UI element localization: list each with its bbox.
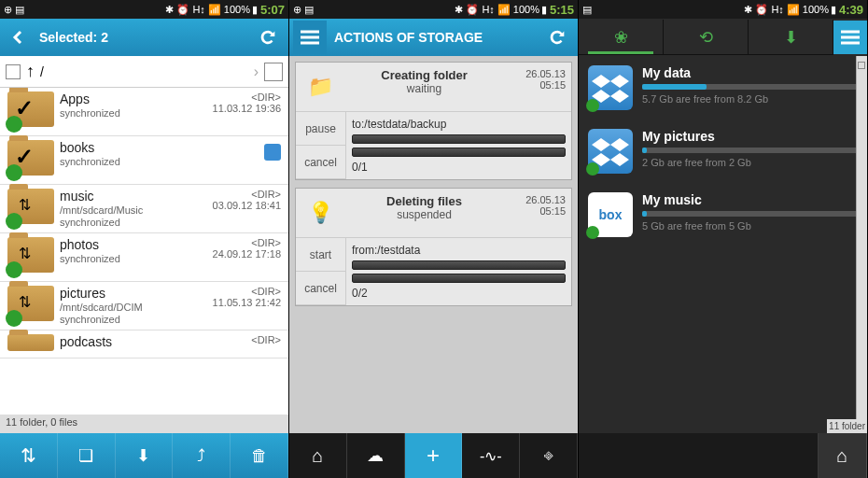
delete-button[interactable]: 🗑	[231, 433, 288, 478]
cloud-badge-icon	[264, 144, 281, 161]
folder-name: pictures	[60, 286, 197, 301]
screen-file-browser: ⊕ ▤ ✱ ⏰ H↕ 📶 100% ▮ 5:07 Selected: 2 ↑ /…	[0, 0, 289, 478]
data-icon: H↕	[192, 4, 204, 15]
back-button[interactable]	[4, 23, 32, 51]
tab-plant[interactable]: ❀	[579, 20, 664, 54]
app-header: Selected: 2	[0, 19, 288, 56]
signal-icon: 📶	[208, 4, 221, 16]
action-count: 0/2	[352, 287, 566, 300]
action-path: to:/testdata/backup	[352, 118, 566, 131]
dir-tag: <DIR>	[197, 91, 281, 103]
battery-indicator: 100%▮	[513, 4, 547, 16]
toolbar-spacer	[579, 433, 819, 478]
refresh-button[interactable]	[251, 21, 285, 54]
dir-tag: <DIR>	[197, 286, 281, 297]
folder-item[interactable]: ⇅ music /mnt/sdcard/Music synchronized <…	[0, 185, 288, 233]
data-icon: H↕	[482, 4, 494, 15]
android-status-bar: ⊕ ▤ ✱ ⏰ H↕ 📶 100% ▮ 5:07	[0, 0, 288, 19]
storage-free-text: 5 Gb are free from 5 Gb	[642, 220, 858, 232]
app-header: ACTIONS OF STORAGE	[289, 19, 578, 56]
folder-icon	[7, 334, 54, 351]
storage-name: My data	[642, 65, 858, 80]
storage-list[interactable]: My data 5.7 Gb are free from 8.2 Gb My p…	[579, 56, 867, 433]
action-title: Deleting files	[339, 194, 510, 208]
sync-badge-icon	[6, 116, 22, 133]
action-title: Creating folder	[339, 68, 510, 82]
data-icon: H↕	[771, 4, 783, 15]
plus-indicator-icon: ⊕	[293, 4, 301, 16]
action-card: 📁 Creating folder waiting 26.05.13 05:15…	[295, 62, 572, 180]
folder-date: 03.09.12 18:41	[197, 200, 281, 211]
home-button[interactable]: ⌂	[289, 433, 347, 478]
folder-item[interactable]: ✓ Apps synchronized <DIR> 11.03.12 19:36	[0, 88, 288, 136]
cancel-button[interactable]: cancel	[296, 146, 345, 179]
sync-badge-icon	[6, 310, 22, 327]
menu-button[interactable]	[293, 21, 327, 54]
screen-actions: ⊕▤ ✱ ⏰ H↕ 📶 100%▮ 5:15 ACTIONS OF STORAG…	[289, 0, 579, 478]
peek-footer: 11 folder	[827, 419, 867, 433]
folder-item[interactable]: ✓ books synchronized	[0, 136, 288, 185]
select-all-checkbox[interactable]	[6, 64, 21, 79]
cancel-button[interactable]: cancel	[296, 272, 345, 305]
sim-icon: ▤	[304, 4, 314, 16]
download-button[interactable]: ⬇	[116, 433, 174, 478]
home-button[interactable]: ⌂	[819, 433, 867, 478]
menu-button[interactable]	[833, 21, 867, 54]
dir-tag: <DIR>	[197, 237, 281, 248]
header-title: Selected: 2	[32, 30, 251, 45]
progress-bar	[352, 274, 566, 283]
folder-item[interactable]: podcasts <DIR>	[0, 330, 288, 358]
android-status-bar: ▤ ✱ ⏰ H↕ 📶 100%▮ 4:39	[579, 0, 867, 19]
contacts-button[interactable]: ⎆	[520, 433, 578, 478]
sync-button[interactable]: ⇅	[0, 433, 58, 478]
folder-date: 24.09.12 17:18	[197, 248, 281, 260]
folder-item[interactable]: ⇅ photos synchronized <DIR> 24.09.12 17:…	[0, 233, 288, 282]
clock: 5:15	[550, 3, 574, 17]
clock: 4:39	[839, 3, 863, 17]
bulb-icon: 💡	[301, 194, 339, 232]
current-path[interactable]: /	[40, 64, 248, 79]
action-card: 💡 Deleting files suspended 26.05.13 05:1…	[295, 188, 572, 306]
storage-free-text: 2 Gb are free from 2 Gb	[642, 157, 858, 168]
storage-item[interactable]: box My music 5 Gb are free from 5 Gb	[579, 183, 867, 246]
upload-button[interactable]: ⤴	[173, 433, 231, 478]
start-button[interactable]: start	[296, 238, 345, 272]
pause-button[interactable]: pause	[296, 112, 345, 146]
sync-badge-icon	[6, 261, 22, 278]
screen-storage: ▤ ✱ ⏰ H↕ 📶 100%▮ 4:39 ❀ ⟲ ⬇ My data	[579, 0, 868, 478]
folder-path: /mnt/sdcard/Music	[60, 204, 197, 216]
storage-item[interactable]: My data 5.7 Gb are free from 8.2 Gb	[579, 56, 867, 120]
folder-create-icon: 📁	[301, 68, 339, 105]
cloud-button[interactable]: ☁	[347, 433, 405, 478]
folder-item[interactable]: ⇅ pictures /mnt/sdcard/DCIM synchronized…	[0, 282, 288, 330]
sim-icon: ▤	[582, 4, 592, 16]
actions-list: 📁 Creating folder waiting 26.05.13 05:15…	[289, 56, 578, 433]
storage-item[interactable]: My pictures 2 Gb are free from 2 Gb	[579, 120, 867, 183]
tab-download[interactable]: ⬇	[749, 20, 833, 54]
action-time: 05:15	[510, 205, 566, 217]
action-date: 26.05.13	[510, 194, 566, 205]
status-dot-icon	[586, 162, 599, 176]
battery-icon: ▮	[831, 4, 836, 16]
storage-usage-bar	[642, 148, 858, 153]
up-folder-button[interactable]: ↑	[26, 62, 35, 81]
folder-status: synchronized	[60, 253, 197, 264]
download-icon: ⬇	[784, 27, 798, 48]
refresh-button[interactable]	[540, 21, 574, 54]
copy-button[interactable]: ❏	[58, 433, 116, 478]
activity-button[interactable]: -∿-	[462, 433, 520, 478]
android-status-bar: ⊕▤ ✱ ⏰ H↕ 📶 100%▮ 5:15	[289, 0, 578, 19]
tab-refresh[interactable]: ⟲	[664, 20, 749, 54]
storage-usage-bar	[642, 84, 858, 90]
folder-list[interactable]: ✓ Apps synchronized <DIR> 11.03.12 19:36…	[0, 88, 288, 415]
storage-name: My pictures	[642, 129, 858, 144]
peek-next-screen	[856, 56, 867, 433]
folder-status: synchronized	[60, 107, 197, 119]
progress-bar	[352, 148, 566, 157]
battery-icon: ▮	[541, 4, 547, 16]
signal-icon: 📶	[787, 4, 800, 16]
bottom-toolbar: ⌂ ☁ + -∿- ⎆	[289, 433, 578, 478]
view-toggle[interactable]	[264, 63, 283, 81]
header-title: ACTIONS OF STORAGE	[327, 30, 540, 45]
add-button[interactable]: +	[405, 433, 463, 478]
